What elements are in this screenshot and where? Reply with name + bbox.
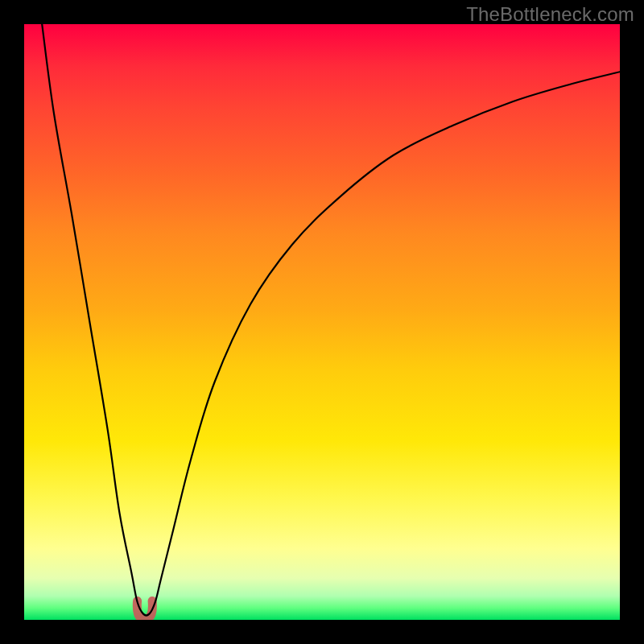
plot-area: [24, 24, 620, 620]
site-watermark: TheBottleneck.com: [466, 3, 634, 26]
bottleneck-curve-path: [42, 24, 620, 616]
chart-svg: [24, 24, 620, 620]
highlight-marker: [137, 601, 152, 620]
